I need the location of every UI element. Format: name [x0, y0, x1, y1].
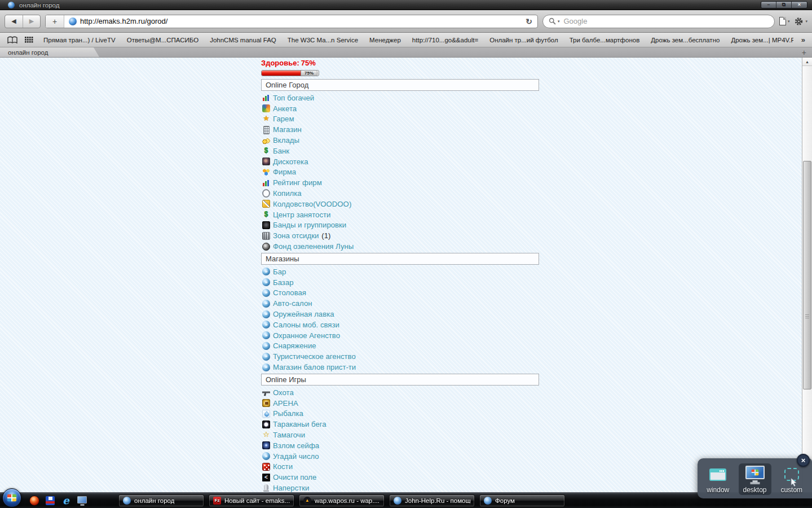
bookmark-item[interactable]: http://710...go&&adult= [412, 37, 478, 43]
menu-item: Банк [262, 146, 539, 156]
opera-browser-icon[interactable] [29, 496, 39, 506]
menu-link[interactable]: Туристическое агенство [273, 352, 356, 361]
menu-link[interactable]: Топ богачей [273, 94, 314, 102]
star-outline-icon [262, 431, 270, 439]
save-disk-icon[interactable] [46, 496, 55, 505]
dollar-icon [262, 147, 270, 155]
menu-link[interactable]: Копилка [273, 189, 302, 198]
safari-app-icon [8, 2, 15, 8]
menu-link[interactable]: Банды и группировки [273, 221, 346, 229]
bookmark-item[interactable]: The W3C Ma...n Service [288, 37, 358, 43]
menu-link[interactable]: Анкета [273, 104, 297, 113]
reading-list-book-icon[interactable] [7, 36, 18, 44]
close-button[interactable]: × [792, 2, 807, 8]
reload-icon[interactable]: ↻ [526, 17, 532, 26]
menu-item: Тамагочи [262, 430, 539, 440]
bookmark-item[interactable]: JohnCMS manual FAQ [210, 37, 276, 43]
menu-link[interactable]: Кости [273, 462, 293, 471]
health-bar-fill [262, 71, 301, 76]
window-capture-icon [709, 465, 726, 484]
new-tab-button[interactable]: + [800, 47, 809, 57]
ring-icon [262, 190, 270, 198]
menu-link[interactable]: Снаряжение [273, 341, 316, 350]
top-sites-grid-icon[interactable] [25, 37, 33, 43]
address-bar[interactable]: + http://emaks.h2m.ru/gorod/ ↻ [45, 15, 538, 28]
widget-close-button[interactable]: × [797, 454, 810, 467]
menu-link[interactable]: Фонд озеленения Луны [273, 242, 354, 251]
bookmark-item[interactable]: Дрожь зем...бесплатно [651, 37, 720, 43]
minimize-button[interactable]: – [761, 2, 776, 8]
scrollbar-up-arrow[interactable]: ▲ [802, 58, 812, 66]
menu-link[interactable]: Тамагочи [273, 431, 305, 439]
menu-link[interactable]: Охота [273, 388, 294, 397]
menu-link[interactable]: Магазин [273, 125, 302, 134]
bookmark-item[interactable]: Менеджер [369, 37, 401, 43]
taskbar-button[interactable]: ▲wap.wapos.ru - wap.... [299, 494, 385, 507]
capture-option-window[interactable]: window [701, 463, 734, 495]
internet-explorer-icon[interactable]: e [61, 496, 71, 506]
menu-item: Наперстки [262, 483, 539, 492]
url-text[interactable]: http://emaks.h2m.ru/gorod/ [80, 17, 520, 25]
taskbar-button[interactable]: онлайн город [118, 494, 204, 507]
menu-link[interactable]: Авто-салон [273, 299, 312, 308]
bookmarks-bar: Прямая тран...) / LiveTVОтветы@М...СПАСИ… [0, 33, 812, 47]
start-button[interactable] [2, 488, 21, 507]
bookmark-item[interactable]: Дрожь зем...| MP4V.RU [731, 37, 793, 43]
capture-options: windowdesktopcustom [698, 458, 812, 498]
menu-link[interactable]: Взлом сейфа [273, 441, 319, 450]
menu-link[interactable]: Банк [273, 147, 289, 155]
back-button[interactable]: ◀ [5, 15, 23, 28]
capture-option-custom[interactable]: custom [775, 463, 808, 495]
menu-link[interactable]: Колдовство(VOODOO) [273, 200, 351, 208]
menu-item: Зона отсидки(1) [262, 230, 539, 241]
search-icon [549, 17, 556, 25]
taskbar-button-label: wap.wapos.ru - wap.... [315, 497, 379, 504]
windows-logo-icon [7, 494, 16, 502]
bookmarks-overflow-chevron[interactable]: » [801, 36, 805, 44]
menu-link[interactable]: Очисти поле [273, 473, 316, 481]
bookmark-item[interactable]: Онлайн тр...ий футбол [489, 37, 558, 43]
tab-online-gorod[interactable]: онлайн город [0, 47, 99, 57]
search-field[interactable]: ▾ Google [542, 15, 775, 28]
menu-link[interactable]: Магазин балов прист-ти [273, 363, 356, 371]
page-scrollbar[interactable]: ▲ [802, 58, 812, 492]
window-title: онлайн город [19, 2, 59, 8]
show-desktop-icon[interactable] [77, 496, 87, 503]
add-bookmark-button[interactable]: + [46, 15, 64, 28]
menu-link[interactable]: Тараканьи бега [273, 420, 326, 428]
menu-link[interactable]: Дискотека [273, 157, 308, 166]
menu-link[interactable]: Столовая [273, 288, 306, 297]
menu-link[interactable]: Гарем [273, 115, 294, 123]
menu-link[interactable]: АРЕНА [273, 399, 298, 408]
menu-link[interactable]: Вклады [273, 136, 299, 144]
menu-link[interactable]: Наперстки [273, 484, 309, 492]
bookmark-item[interactable]: Ответы@М...СПАСИБО [127, 37, 199, 43]
menu-link[interactable]: Фирма [273, 168, 296, 176]
taskbar-button[interactable]: Форум [479, 494, 565, 507]
capture-option-desktop[interactable]: desktop [739, 463, 771, 495]
menu-link[interactable]: Охранное Агенство [273, 331, 340, 340]
bookmark-item[interactable]: Прямая тран...) / LiveTV [43, 37, 116, 43]
taskbar-button[interactable]: FzНовый сайт - emaks... [209, 494, 294, 507]
menu-link[interactable]: Рейтинг фирм [273, 178, 322, 187]
menu-link[interactable]: Салоны моб. связи [273, 321, 339, 329]
taskbar-button[interactable]: John-Help.Ru - помощ... [389, 494, 475, 507]
bookmark-item[interactable]: Три балбе...мартфонов [570, 37, 640, 43]
page-menu-button[interactable]: ▾ [779, 17, 790, 25]
menu-link[interactable]: Рыбалка [273, 409, 303, 418]
menu-list: Топ богачейАнкетаГаремМагазинВкладыБанкД… [261, 93, 539, 252]
forward-button[interactable]: ▶ [23, 15, 40, 28]
scrollbar-thumb[interactable] [803, 161, 811, 389]
menu-sections: Online ГородТоп богачейАнкетаГаремМагази… [261, 79, 539, 492]
menu-link[interactable]: Зона отсидки [273, 231, 319, 240]
menu-link[interactable]: Бар [273, 268, 286, 276]
restore-button[interactable]: ⧉ [776, 2, 792, 8]
screenshot-widget: windowdesktopcustom × [698, 458, 812, 498]
site-favicon-icon [69, 17, 77, 25]
menu-link[interactable]: Угадай число [273, 452, 319, 461]
settings-menu-button[interactable]: ▾ [794, 17, 807, 26]
menu-item: Дискотека [262, 156, 539, 167]
menu-link[interactable]: Оружейная лавка [273, 310, 334, 318]
menu-link[interactable]: Центр занятости [273, 211, 330, 219]
menu-link[interactable]: Базар [273, 278, 294, 287]
